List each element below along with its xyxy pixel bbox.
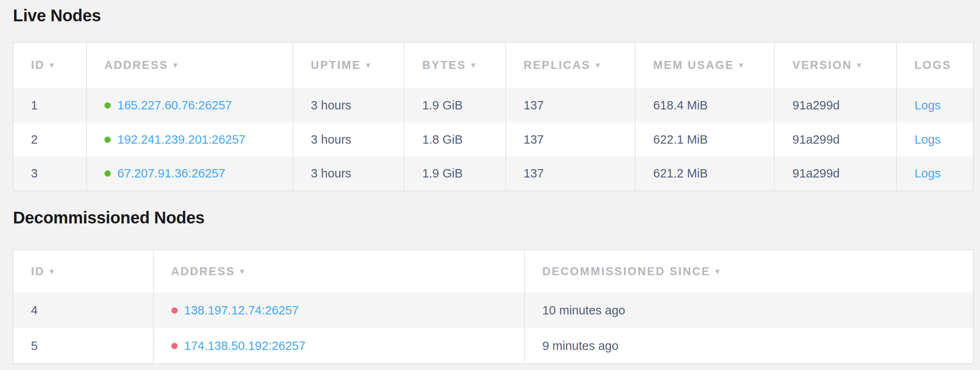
cell-node-mem-usage: 618.4 MiB bbox=[635, 88, 774, 122]
cell-node-bytes: 1.8 GiB bbox=[404, 122, 505, 157]
decommissioned-since: 10 minutes ago bbox=[542, 304, 625, 317]
column-header-label: ID bbox=[31, 265, 45, 278]
node-bytes: 1.9 GiB bbox=[422, 99, 463, 112]
node-live-status-icon bbox=[104, 170, 111, 177]
column-header-label: ADDRESS bbox=[171, 265, 235, 278]
node-id: 5 bbox=[31, 339, 38, 352]
sort-down-icon: ▾ bbox=[596, 61, 600, 69]
logs-link[interactable]: Logs bbox=[914, 99, 941, 112]
cell-node-mem-usage: 621.2 MiB bbox=[635, 157, 774, 191]
cell-node-address: 138.197.12.74:26257 bbox=[153, 293, 524, 328]
cell-node-logs: Logs bbox=[896, 88, 973, 122]
cell-decommissioned-since: 9 minutes ago bbox=[524, 328, 973, 364]
node-mem-usage: 621.2 MiB bbox=[653, 167, 708, 180]
node-replicas: 137 bbox=[524, 133, 544, 146]
decommissioned-nodes-title: Decommissioned Nodes bbox=[13, 208, 980, 228]
cell-node-replicas: 137 bbox=[506, 157, 635, 191]
decommissioned-node-row: 5 174.138.50.192:26257 9 minutes ago bbox=[13, 328, 973, 364]
sort-down-icon: ▾ bbox=[857, 61, 861, 69]
live-nodes-title: Live Nodes bbox=[13, 5, 980, 25]
cell-decommissioned-since: 10 minutes ago bbox=[524, 293, 973, 328]
node-id: 4 bbox=[31, 304, 38, 317]
sort-down-icon: ▾ bbox=[715, 267, 720, 276]
sort-down-icon: ▾ bbox=[366, 61, 370, 69]
cell-node-address: 192.241.239.201:26257 bbox=[87, 122, 293, 157]
node-live-status-icon bbox=[104, 102, 111, 109]
column-header-version[interactable]: VERSION▾ bbox=[774, 42, 896, 88]
cell-node-replicas: 137 bbox=[506, 88, 635, 122]
column-header-uptime[interactable]: UPTIME▾ bbox=[293, 42, 405, 88]
node-uptime: 3 hours bbox=[311, 99, 351, 112]
cell-node-uptime: 3 hours bbox=[293, 157, 405, 191]
sort-down-icon: ▾ bbox=[471, 61, 475, 69]
node-version: 91a299d bbox=[792, 167, 840, 180]
node-address-link[interactable]: 138.197.12.74:26257 bbox=[184, 304, 299, 317]
column-header-label: LOGS bbox=[914, 59, 952, 71]
live-node-row: 2 192.241.239.201:26257 3 hours 1.8 GiB … bbox=[13, 122, 973, 157]
logs-link[interactable]: Logs bbox=[914, 133, 941, 146]
node-replicas: 137 bbox=[524, 167, 544, 180]
cell-node-version: 91a299d bbox=[774, 122, 896, 157]
cell-node-logs: Logs bbox=[896, 122, 973, 157]
live-node-row: 3 67.207.91.36:26257 3 hours 1.9 GiB 137… bbox=[13, 157, 973, 191]
node-address-link[interactable]: 174.138.50.192:26257 bbox=[184, 339, 305, 352]
column-header-label: MEM USAGE bbox=[653, 59, 734, 71]
node-bytes: 1.9 GiB bbox=[422, 167, 463, 180]
node-address-link[interactable]: 67.207.91.36:26257 bbox=[117, 167, 225, 180]
cell-node-logs: Logs bbox=[896, 157, 973, 191]
node-address-link[interactable]: 165.227.60.76:26257 bbox=[117, 99, 232, 112]
cell-node-uptime: 3 hours bbox=[293, 122, 405, 157]
node-list-page: Live Nodes ID▾ ADDRESS▾ UPTIME▾ BYTES▾ R… bbox=[0, 5, 980, 364]
column-header-label: ADDRESS bbox=[104, 59, 168, 71]
live-nodes-table: ID▾ ADDRESS▾ UPTIME▾ BYTES▾ REPLICAS▾ ME… bbox=[13, 42, 974, 191]
node-decommissioned-status-icon bbox=[171, 307, 178, 314]
cell-node-version: 91a299d bbox=[774, 157, 896, 191]
column-header-decommissioned-since[interactable]: DECOMMISSIONED SINCE▾ bbox=[524, 250, 973, 293]
live-table-header-row: ID▾ ADDRESS▾ UPTIME▾ BYTES▾ REPLICAS▾ ME… bbox=[13, 42, 973, 88]
cell-node-bytes: 1.9 GiB bbox=[404, 88, 505, 122]
sort-down-icon: ▾ bbox=[173, 61, 178, 69]
cell-node-address: 165.227.60.76:26257 bbox=[87, 88, 293, 122]
column-header-label: UPTIME bbox=[311, 59, 361, 71]
node-live-status-icon bbox=[104, 137, 111, 143]
node-mem-usage: 622.1 MiB bbox=[653, 133, 708, 146]
column-header-id[interactable]: ID▾ bbox=[13, 250, 153, 293]
column-header-replicas[interactable]: REPLICAS▾ bbox=[506, 42, 635, 88]
decom-table-header-row: ID▾ ADDRESS▾ DECOMMISSIONED SINCE▾ bbox=[13, 250, 973, 293]
column-header-mem-usage[interactable]: MEM USAGE▾ bbox=[635, 42, 774, 88]
column-header-bytes[interactable]: BYTES▾ bbox=[404, 42, 505, 88]
column-header-address[interactable]: ADDRESS▾ bbox=[87, 42, 293, 88]
node-version: 91a299d bbox=[792, 99, 840, 112]
column-header-label: VERSION bbox=[792, 59, 852, 71]
cell-node-uptime: 3 hours bbox=[293, 88, 405, 122]
cell-node-id: 5 bbox=[13, 328, 153, 364]
node-replicas: 137 bbox=[524, 99, 544, 112]
column-header-label: DECOMMISSIONED SINCE bbox=[542, 265, 710, 278]
node-address-link[interactable]: 192.241.239.201:26257 bbox=[117, 133, 245, 146]
column-header-label: REPLICAS bbox=[524, 59, 591, 71]
live-node-row: 1 165.227.60.76:26257 3 hours 1.9 GiB 13… bbox=[13, 88, 973, 122]
column-header-logs: LOGS bbox=[896, 42, 973, 88]
cell-node-mem-usage: 622.1 MiB bbox=[635, 122, 774, 157]
sort-down-icon: ▾ bbox=[739, 61, 743, 69]
cell-node-bytes: 1.9 GiB bbox=[404, 157, 505, 191]
cell-node-replicas: 137 bbox=[506, 122, 635, 157]
node-version: 91a299d bbox=[792, 133, 840, 146]
node-decommissioned-status-icon bbox=[171, 343, 178, 349]
decommissioned-node-row: 4 138.197.12.74:26257 10 minutes ago bbox=[13, 293, 973, 328]
decommissioned-since: 9 minutes ago bbox=[542, 339, 619, 352]
node-id: 1 bbox=[31, 99, 38, 112]
column-header-label: BYTES bbox=[422, 59, 466, 71]
node-id: 3 bbox=[31, 167, 38, 180]
sort-down-icon: ▾ bbox=[50, 61, 54, 69]
decommissioned-nodes-table: ID▾ ADDRESS▾ DECOMMISSIONED SINCE▾ 4 138… bbox=[13, 249, 974, 364]
node-uptime: 3 hours bbox=[311, 133, 351, 146]
cell-node-id: 3 bbox=[13, 157, 87, 191]
column-header-id[interactable]: ID▾ bbox=[13, 42, 87, 88]
logs-link[interactable]: Logs bbox=[914, 167, 941, 180]
cell-node-id: 2 bbox=[13, 122, 87, 157]
column-header-label: ID bbox=[31, 59, 45, 71]
column-header-address[interactable]: ADDRESS▾ bbox=[153, 250, 524, 293]
cell-node-id: 1 bbox=[13, 88, 87, 122]
cell-node-version: 91a299d bbox=[774, 88, 896, 122]
